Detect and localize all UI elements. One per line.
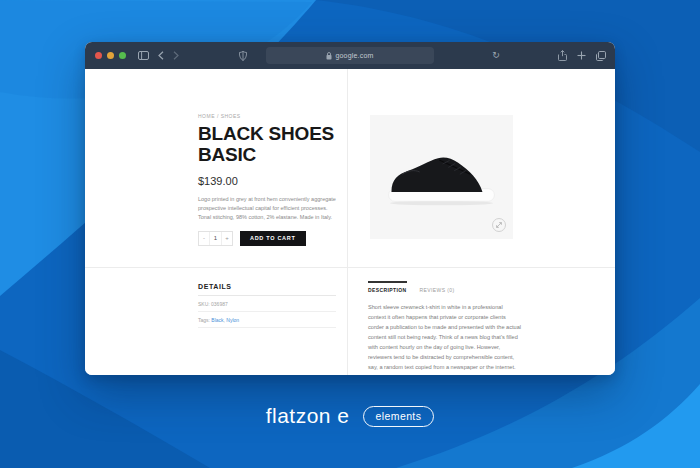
details-heading: DETAILS <box>198 283 336 296</box>
footer-logo: flatzon e elements <box>0 404 700 428</box>
product-price: $139.00 <box>198 175 336 187</box>
browser-window: google.com ↻ HOME / SHOES B <box>85 42 615 375</box>
tab-reviews[interactable]: REVIEWS (0) <box>420 281 455 293</box>
quantity-stepper[interactable]: - 1 + <box>198 231 233 246</box>
toolbar-right-actions <box>558 42 606 69</box>
tags-row: Tags: Black, Nylon <box>198 312 336 328</box>
black-sneaker-image <box>384 143 499 209</box>
tags-label: Tags: <box>198 317 210 323</box>
description-section: DESCRIPTION REVIEWS (0) Short sleeve cre… <box>368 281 522 375</box>
sidebar-toggle-icon[interactable] <box>138 51 149 60</box>
back-icon[interactable] <box>158 51 164 60</box>
sku-label: SKU: <box>198 301 210 307</box>
address-bar[interactable]: google.com ↻ <box>266 47 434 64</box>
url-text: google.com <box>335 52 373 59</box>
privacy-shield-icon[interactable] <box>239 51 247 61</box>
add-to-cart-button[interactable]: ADD TO CART <box>240 231 306 246</box>
reload-icon[interactable]: ↻ <box>492 51 500 60</box>
page-title: BLACK SHOES BASIC <box>198 123 336 166</box>
image-zoom-icon[interactable] <box>492 218 506 232</box>
product-info-column: HOME / SHOES BLACK SHOES BASIC $139.00 L… <box>198 113 336 246</box>
product-image[interactable] <box>370 115 513 239</box>
details-section: DETAILS SKU: 036987 Tags: Black, Nylon <box>198 283 336 328</box>
column-divider <box>347 69 348 375</box>
brand-wordmark: flatzon e <box>266 404 350 428</box>
quantity-value[interactable]: 1 <box>209 232 222 245</box>
tag-link-black[interactable]: Black <box>211 317 223 323</box>
sku-value: 036987 <box>211 301 228 307</box>
webpage-content: HOME / SHOES BLACK SHOES BASIC $139.00 L… <box>85 69 615 375</box>
tag-link-nylon[interactable]: Nylon <box>226 317 239 323</box>
forward-icon[interactable] <box>173 51 179 60</box>
purchase-controls: - 1 + ADD TO CART <box>198 231 336 246</box>
sku-row: SKU: 036987 <box>198 296 336 312</box>
breadcrumb[interactable]: HOME / SHOES <box>198 113 336 119</box>
product-summary: Logo printed in grey at front hem conven… <box>198 195 336 223</box>
product-tabs: DESCRIPTION REVIEWS (0) <box>368 281 522 293</box>
quantity-minus-button[interactable]: - <box>199 232 209 245</box>
minimize-window-button[interactable] <box>107 52 114 59</box>
desktop-background: google.com ↻ HOME / SHOES B <box>0 0 700 468</box>
close-window-button[interactable] <box>95 52 102 59</box>
share-icon[interactable] <box>558 50 567 61</box>
tab-description[interactable]: DESCRIPTION <box>368 281 407 293</box>
browser-toolbar: google.com ↻ <box>85 42 615 69</box>
tab-overview-icon[interactable] <box>596 51 606 61</box>
new-tab-plus-icon[interactable] <box>577 51 586 60</box>
quantity-plus-button[interactable]: + <box>222 232 232 245</box>
section-divider <box>85 267 615 268</box>
description-text: Short sleeve crewneck t-shirt in white i… <box>368 302 522 375</box>
zoom-window-button[interactable] <box>119 52 126 59</box>
lock-icon <box>326 52 332 60</box>
window-controls <box>95 52 126 59</box>
elements-badge: elements <box>363 406 435 427</box>
